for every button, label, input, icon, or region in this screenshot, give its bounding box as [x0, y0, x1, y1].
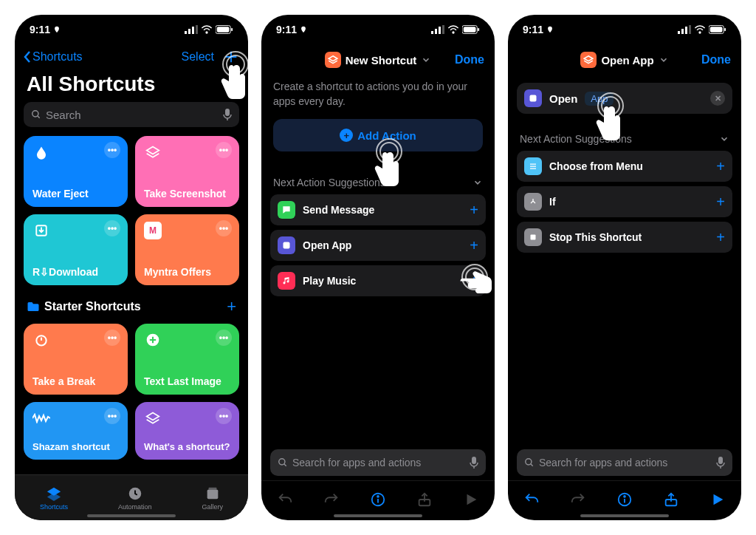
wifi-icon: [447, 25, 459, 34]
svg-rect-6: [217, 27, 230, 32]
tab-gallery[interactable]: Gallery: [202, 485, 223, 511]
add-suggestion-icon[interactable]: +: [716, 158, 725, 175]
info-button[interactable]: [616, 491, 633, 511]
add-shortcut-button[interactable]: [223, 49, 239, 65]
action-search-input[interactable]: Search for apps and actions: [517, 449, 732, 476]
remove-action-button[interactable]: ✕: [710, 91, 725, 106]
suggestion-stop[interactable]: Stop This Shortcut +: [517, 222, 732, 253]
info-button[interactable]: [370, 491, 386, 511]
more-icon[interactable]: •••: [216, 330, 232, 346]
redo-button[interactable]: [323, 491, 340, 511]
add-suggestion-icon[interactable]: +: [470, 273, 478, 290]
tab-automation[interactable]: Automation: [118, 485, 152, 511]
shortcut-tile[interactable]: M ••• Myntra Offers: [135, 214, 239, 285]
action-search-input[interactable]: Search for apps and actions: [270, 449, 486, 476]
home-indicator: [87, 514, 176, 517]
more-icon[interactable]: •••: [104, 220, 120, 236]
run-button[interactable]: [463, 491, 479, 511]
shortcut-tile[interactable]: ••• What's a shortcut?: [135, 402, 239, 460]
svg-rect-47: [685, 27, 687, 34]
add-suggestion-icon[interactable]: +: [716, 194, 725, 211]
home-indicator: [334, 514, 422, 517]
suggestion-choose-menu[interactable]: Choose from Menu +: [517, 151, 732, 182]
suggestion-if[interactable]: If +: [517, 186, 732, 217]
shortcut-tile[interactable]: ••• Shazam shortcut: [24, 402, 128, 460]
select-button[interactable]: Select: [182, 50, 214, 64]
shortcut-app-icon: [580, 52, 597, 68]
done-button[interactable]: Done: [455, 53, 484, 67]
suggestion-open-app[interactable]: Open App +: [270, 230, 486, 261]
search-input[interactable]: Search: [24, 102, 239, 127]
add-suggestion-icon[interactable]: +: [716, 229, 725, 246]
shortcut-title-menu[interactable]: Open App: [580, 52, 668, 68]
more-icon[interactable]: •••: [104, 408, 120, 424]
music-icon: [278, 272, 295, 290]
share-button[interactable]: [663, 491, 679, 511]
tab-shortcuts[interactable]: Shortcuts: [40, 485, 68, 511]
redo-button[interactable]: [570, 491, 586, 511]
battery-icon: [216, 25, 233, 34]
svg-point-36: [279, 459, 285, 465]
suggestion-send-message[interactable]: Send Message +: [270, 194, 486, 225]
wave-icon: [32, 413, 50, 423]
add-suggestion-icon[interactable]: +: [470, 202, 478, 219]
svg-rect-38: [472, 457, 476, 464]
chevron-down-icon[interactable]: [719, 134, 729, 144]
status-time: 9:11: [30, 24, 50, 35]
more-icon[interactable]: •••: [104, 142, 120, 158]
svg-rect-45: [678, 31, 680, 34]
done-button[interactable]: Done: [701, 53, 731, 67]
mic-icon[interactable]: [470, 457, 478, 468]
svg-line-37: [284, 464, 286, 466]
tile-label: What's a shortcut?: [144, 441, 230, 452]
shortcut-tile[interactable]: ••• Take Screenshot: [135, 136, 239, 207]
suggestion-play-music[interactable]: Play Music +: [270, 265, 486, 296]
chevron-down-icon[interactable]: [472, 177, 483, 188]
branch-icon: [524, 193, 542, 211]
signal-icon: [431, 25, 444, 34]
suggestion-label: Open App: [303, 239, 351, 251]
add-action-button[interactable]: + Add Action: [273, 119, 483, 151]
undo-button[interactable]: [523, 491, 540, 511]
mic-icon[interactable]: [716, 457, 725, 468]
add-starter-button[interactable]: +: [227, 297, 236, 316]
mic-icon[interactable]: [223, 109, 232, 120]
chevron-left-icon: [24, 51, 31, 63]
app-parameter-pill[interactable]: App: [585, 92, 614, 106]
starter-section-label: Starter Shortcuts: [44, 300, 141, 313]
search-placeholder: Search: [46, 109, 81, 121]
more-icon[interactable]: •••: [216, 220, 232, 236]
back-button[interactable]: Shortcuts: [24, 50, 83, 64]
shortcut-tile[interactable]: ••• R⇩Download: [24, 214, 128, 285]
new-shortcut-screen: 9:11 New Shortcut Done Create a shortcut…: [261, 15, 495, 520]
shortcut-tile[interactable]: ••• Water Eject: [24, 136, 128, 207]
run-button[interactable]: [709, 491, 726, 511]
more-icon[interactable]: •••: [104, 330, 120, 346]
undo-button[interactable]: [277, 491, 293, 511]
shortcut-app-icon: [325, 52, 341, 68]
svg-marker-22: [47, 493, 61, 501]
page-title: All Shortcuts: [15, 69, 248, 102]
more-icon[interactable]: •••: [216, 142, 232, 158]
tile-label: Take a Break: [32, 375, 119, 387]
svg-marker-34: [329, 56, 337, 61]
svg-rect-24: [207, 489, 218, 499]
shortcut-tile[interactable]: ••• Take a Break: [24, 324, 128, 395]
status-bar: 9:11: [508, 15, 741, 44]
status-bar: 9:11: [261, 15, 495, 44]
folder-icon: [27, 301, 40, 313]
svg-point-4: [206, 32, 207, 33]
shortcut-tile[interactable]: ••• Text Last Image: [135, 324, 239, 395]
add-suggestion-icon[interactable]: +: [470, 237, 478, 254]
open-app-action-block[interactable]: Open App ✕: [517, 83, 732, 114]
suggestion-label: Choose from Menu: [549, 160, 643, 172]
stack-icon: [145, 145, 160, 160]
svg-line-60: [531, 464, 533, 466]
share-button[interactable]: [416, 491, 433, 511]
more-icon[interactable]: •••: [216, 408, 232, 424]
svg-rect-29: [442, 25, 444, 34]
svg-point-42: [377, 495, 379, 497]
shortcut-title-menu[interactable]: New Shortcut: [325, 52, 432, 68]
search-icon: [278, 457, 288, 468]
svg-marker-14: [147, 147, 159, 154]
